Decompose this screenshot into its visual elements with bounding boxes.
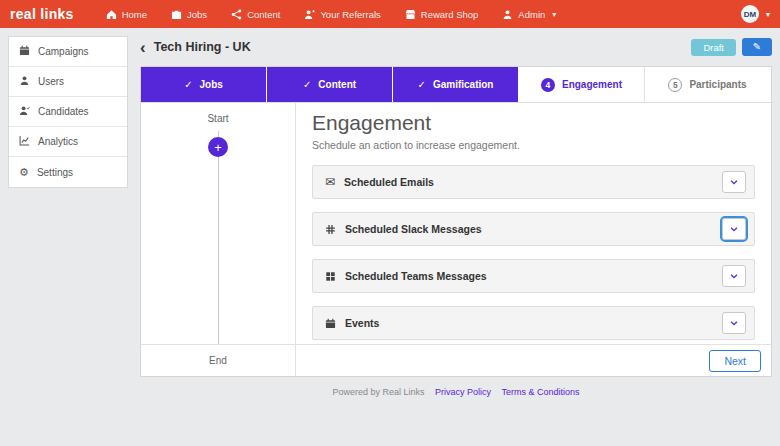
step-number: 5 — [668, 78, 682, 92]
tab-gamification[interactable]: ✓ Gamification — [393, 67, 519, 102]
panel-label: Events — [345, 317, 722, 329]
expand-events-button[interactable] — [722, 312, 746, 334]
step-number: 4 — [541, 78, 555, 92]
sidebar-item-campaigns[interactable]: Campaigns — [9, 37, 127, 67]
stepper-tabs: ✓ Jobs ✓ Content ✓ Gamification 4 Engage… — [141, 67, 771, 103]
timeline-start-label: Start — [141, 103, 295, 124]
nav-item-home[interactable]: Home — [96, 5, 157, 24]
nav-label: Your Referrals — [320, 9, 380, 20]
panel-label: Scheduled Emails — [344, 176, 722, 188]
sidebar-item-label: Users — [38, 76, 64, 87]
tab-content[interactable]: ✓ Content — [267, 67, 393, 102]
next-button[interactable]: Next — [709, 350, 761, 372]
card-footer: End Next — [141, 344, 771, 376]
page-title: Tech Hiring - UK — [154, 40, 692, 54]
timeline-end-label: End — [141, 345, 296, 376]
nav-label: Admin — [518, 9, 545, 20]
sidebar-item-label: Campaigns — [38, 46, 89, 57]
campaign-header: ‹ Tech Hiring - UK Draft ✎ — [140, 36, 772, 58]
section-title: Engagement — [312, 111, 755, 135]
briefcase-icon — [171, 9, 182, 20]
candidate-icon — [19, 105, 30, 118]
email-icon: ✉ — [325, 176, 335, 188]
engagement-section: Engagement Schedule an action to increas… — [296, 103, 771, 344]
panel-scheduled-teams-messages: Scheduled Teams Messages — [312, 259, 755, 293]
panel-label: Scheduled Slack Messages — [345, 223, 722, 235]
analytics-icon — [19, 135, 30, 148]
tab-label: Gamification — [433, 79, 494, 90]
check-icon: ✓ — [303, 79, 311, 90]
nav-label: Reward Shop — [421, 9, 479, 20]
end-label: End — [209, 355, 227, 366]
campaign-card: ✓ Jobs ✓ Content ✓ Gamification 4 Engage… — [140, 66, 772, 377]
tab-jobs[interactable]: ✓ Jobs — [141, 67, 267, 102]
next-cell: Next — [296, 345, 771, 376]
pencil-icon: ✎ — [753, 41, 761, 52]
add-step-button[interactable]: + — [208, 137, 228, 157]
nav-item-jobs[interactable]: Jobs — [161, 5, 217, 24]
page-footer: Powered by Real Links Privacy Policy Ter… — [140, 377, 772, 397]
app-logo[interactable]: real links — [10, 6, 74, 22]
teams-icon — [325, 271, 336, 282]
edit-button[interactable]: ✎ — [742, 38, 772, 56]
nav-item-content[interactable]: Content — [221, 5, 290, 24]
timeline-line — [218, 131, 219, 344]
tab-label: Content — [318, 79, 356, 90]
slack-icon — [325, 224, 336, 235]
gear-icon: ⚙ — [19, 167, 29, 178]
shop-icon — [405, 9, 416, 20]
privacy-policy-link[interactable]: Privacy Policy — [435, 387, 491, 397]
nav-label: Content — [247, 9, 280, 20]
powered-by-text: Powered by Real Links — [332, 387, 424, 397]
main-content: ‹ Tech Hiring - UK Draft ✎ ✓ Jobs ✓ Cont… — [132, 36, 772, 397]
calendar-icon — [325, 318, 336, 329]
tab-label: Engagement — [562, 79, 622, 90]
expand-emails-button[interactable] — [722, 171, 746, 193]
status-badge: Draft — [691, 39, 736, 56]
panel-scheduled-slack-messages: Scheduled Slack Messages — [312, 212, 755, 246]
sidebar-item-label: Candidates — [38, 106, 89, 117]
sidebar-item-candidates[interactable]: Candidates — [9, 97, 127, 127]
panel-events: Events — [312, 306, 755, 340]
sidebar-item-users[interactable]: Users — [9, 67, 127, 97]
top-navbar: real links Home Jobs Content Your Referr… — [0, 0, 780, 28]
sidebar-item-label: Analytics — [38, 136, 78, 147]
nav-label: Home — [122, 9, 147, 20]
section-subtitle: Schedule an action to increase engagemen… — [312, 139, 755, 151]
back-button[interactable]: ‹ — [140, 39, 146, 56]
primary-nav: Home Jobs Content Your Referrals Reward … — [96, 5, 737, 24]
tab-label: Participants — [689, 79, 746, 90]
card-body: Start + Engagement Schedule an action to… — [141, 103, 771, 344]
nav-item-your-referrals[interactable]: Your Referrals — [294, 5, 390, 24]
check-icon: ✓ — [418, 79, 426, 90]
tab-label: Jobs — [200, 79, 223, 90]
nav-item-admin[interactable]: Admin ▾ — [492, 5, 566, 24]
calendar-icon — [19, 45, 30, 58]
tab-engagement[interactable]: 4 Engagement — [519, 67, 645, 102]
share-icon — [231, 9, 242, 20]
panel-label: Scheduled Teams Messages — [345, 270, 722, 282]
avatar[interactable]: DM — [741, 5, 759, 23]
sidebar-item-label: Settings — [37, 167, 73, 178]
nav-item-reward-shop[interactable]: Reward Shop — [395, 5, 489, 24]
sidebar-item-analytics[interactable]: Analytics — [9, 127, 127, 157]
tab-participants[interactable]: 5 Participants — [645, 67, 771, 102]
expand-teams-button[interactable] — [722, 265, 746, 287]
admin-icon — [502, 9, 513, 20]
panel-scheduled-emails: ✉ Scheduled Emails — [312, 165, 755, 199]
page-layout: Campaigns Users Candidates Analytics ⚙ S… — [0, 28, 780, 405]
check-icon: ✓ — [184, 79, 192, 90]
chevron-down-icon: ▾ — [552, 10, 556, 19]
expand-slack-button[interactable] — [722, 218, 746, 240]
terms-conditions-link[interactable]: Terms & Conditions — [502, 387, 580, 397]
nav-label: Jobs — [187, 9, 207, 20]
user-icon — [19, 75, 30, 88]
sidebar: Campaigns Users Candidates Analytics ⚙ S… — [8, 36, 128, 188]
referral-person-icon — [304, 9, 315, 20]
home-icon — [106, 9, 117, 20]
sidebar-item-settings[interactable]: ⚙ Settings — [9, 157, 127, 187]
account-menu[interactable]: DM ▾ — [741, 5, 770, 23]
timeline-column: Start + — [141, 103, 296, 344]
chevron-down-icon[interactable]: ▾ — [766, 10, 770, 19]
